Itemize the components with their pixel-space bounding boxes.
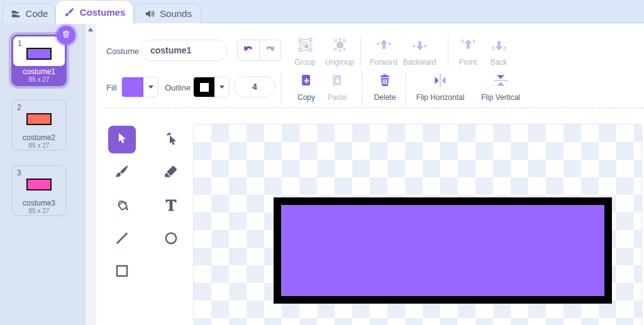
costume-number: 2 <box>17 103 21 112</box>
costume-item-1[interactable]: 1 costume1 85 x 27 <box>11 35 67 86</box>
flip-vertical-label: Flip Vertical <box>481 93 520 102</box>
speaker-icon <box>144 8 155 19</box>
tab-code-label: Code <box>26 8 48 19</box>
undo-button[interactable] <box>238 40 259 60</box>
redo-icon <box>264 43 276 58</box>
outline-width-input[interactable] <box>234 76 275 97</box>
costume3-thumbnail <box>26 179 52 190</box>
tab-costumes[interactable]: Costumes <box>55 0 133 24</box>
ungroup-label: Ungroup <box>325 58 354 67</box>
line-tool[interactable] <box>108 226 136 253</box>
eraser-icon <box>163 163 179 182</box>
paint-editor: Code Costumes Sounds 1 <box>0 0 644 325</box>
line-icon <box>114 230 130 249</box>
select-tool[interactable] <box>108 126 136 153</box>
paste-label: Paste <box>328 93 347 102</box>
back-icon <box>491 36 508 56</box>
caret-down-icon <box>148 85 153 89</box>
drawn-rectangle[interactable] <box>274 197 612 304</box>
fill-tool[interactable] <box>108 192 136 220</box>
caret-down-icon <box>219 85 225 89</box>
fill-bucket-icon <box>114 197 130 216</box>
brush-tool[interactable] <box>108 159 136 187</box>
backward-label: Backward <box>403 58 436 67</box>
trash-icon <box>61 29 71 41</box>
rectangle-tool[interactable] <box>108 258 136 286</box>
paste-icon <box>329 72 345 91</box>
circle-icon <box>163 230 179 249</box>
flip-vertical-button[interactable]: Flip Vertical <box>474 72 527 102</box>
toolbar-canvas-divider <box>105 107 644 108</box>
outline-color-picker[interactable] <box>193 77 230 97</box>
costume-list: 1 costume1 85 x 27 2 costume2 85 x 27 3 … <box>0 23 86 325</box>
costume-name: costume1 <box>11 67 67 76</box>
text-tool[interactable] <box>157 192 185 220</box>
forward-label: Forward <box>370 58 397 67</box>
costume-number: 1 <box>18 39 22 48</box>
flip-horizontal-label: Flip Horizontal <box>416 93 465 102</box>
group-icon <box>297 36 314 56</box>
delete-icon <box>377 72 393 91</box>
costume-size: 85 x 27 <box>13 142 65 149</box>
back-button[interactable]: Back <box>480 36 517 67</box>
forward-icon <box>375 36 392 56</box>
undo-redo-group <box>237 40 281 61</box>
code-icon <box>10 8 21 19</box>
costume-size: 85 x 27 <box>13 207 65 214</box>
undo-icon <box>242 43 255 58</box>
circle-tool[interactable] <box>157 226 185 253</box>
outline-color-swatch <box>194 77 214 97</box>
costume-name-input[interactable] <box>141 40 228 61</box>
redo-button[interactable] <box>259 40 281 60</box>
divider <box>406 72 406 104</box>
costume2-thumbnail <box>26 113 52 125</box>
costume1-thumbnail <box>26 48 52 60</box>
tab-code[interactable]: Code <box>3 3 55 23</box>
divider <box>362 72 362 104</box>
backward-button[interactable]: Backward <box>397 36 442 67</box>
divider <box>448 36 448 65</box>
reshape-tool[interactable] <box>157 126 185 153</box>
front-label: Front <box>459 58 477 67</box>
costume-item-3[interactable]: 3 costume3 85 x 27 <box>11 165 67 216</box>
tab-bar: Code Costumes Sounds <box>0 0 644 23</box>
text-icon <box>163 197 179 216</box>
divider <box>281 72 282 104</box>
brush-tool-icon <box>114 163 130 182</box>
copy-icon <box>298 72 314 91</box>
eraser-tool[interactable] <box>157 159 185 187</box>
costume-name: costume2 <box>13 133 65 142</box>
scroll-up-arrow[interactable] <box>86 23 96 36</box>
costume-size: 85 x 27 <box>11 76 67 83</box>
reshape-icon <box>163 130 179 149</box>
tab-sounds[interactable]: Sounds <box>135 3 201 23</box>
costume-thumb-area: 1 <box>13 36 65 66</box>
costume-name-label: Costume <box>106 47 139 56</box>
flip-vertical-icon <box>492 72 509 91</box>
outline-dropdown <box>214 77 229 97</box>
ungroup-icon <box>331 36 348 56</box>
fill-color-picker[interactable] <box>121 77 158 97</box>
fill-dropdown <box>143 77 158 97</box>
group-label: Group <box>294 58 315 67</box>
delete-costume-button[interactable] <box>57 26 75 45</box>
back-label: Back <box>491 58 508 67</box>
costume-list-scrollbar[interactable] <box>86 23 96 325</box>
outline-label: Outline <box>165 83 191 92</box>
paste-button[interactable]: Paste <box>316 72 358 102</box>
fill-label: Fill <box>106 83 117 92</box>
ungroup-button[interactable]: Ungroup <box>318 36 361 67</box>
cursor-icon <box>114 131 130 148</box>
outline-swatch-hole <box>200 83 209 92</box>
flip-horizontal-button[interactable]: Flip Horizontal <box>408 72 473 102</box>
backward-icon <box>411 36 428 56</box>
paint-canvas[interactable] <box>193 124 642 325</box>
brush-icon <box>64 6 75 18</box>
delete-label: Delete <box>374 93 396 102</box>
front-icon <box>460 36 477 56</box>
fill-color-swatch <box>122 77 143 97</box>
tab-sounds-label: Sounds <box>160 8 192 19</box>
delete-button[interactable]: Delete <box>364 72 406 102</box>
flip-horizontal-icon <box>432 72 448 91</box>
costume-item-2[interactable]: 2 costume2 85 x 27 <box>11 99 67 151</box>
